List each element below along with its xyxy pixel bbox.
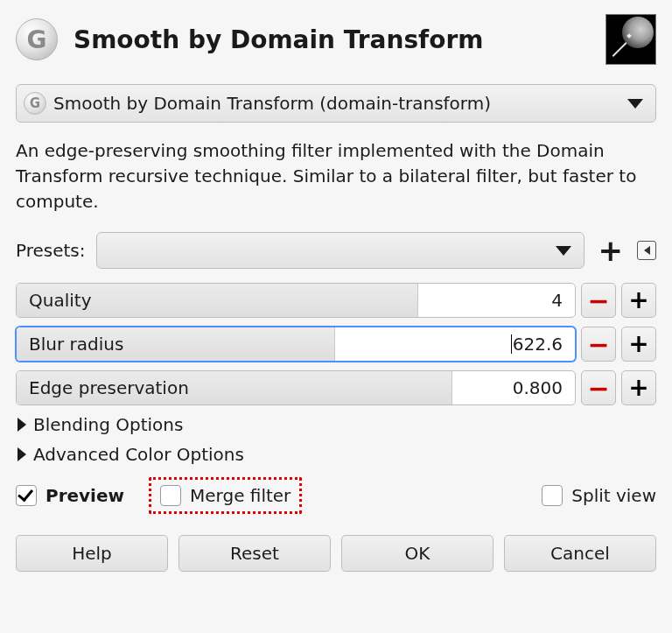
chevron-down-icon (627, 99, 643, 109)
advanced-color-options-expander[interactable]: Advanced Color Options (18, 444, 656, 465)
plus-icon: + (628, 382, 648, 394)
edge-preservation-decrement-button[interactable]: − (581, 370, 616, 405)
quality-label: Quality (17, 290, 91, 311)
minus-icon: − (587, 382, 609, 395)
blur-radius-row: Blur radius 622.6 − + (16, 327, 656, 362)
minus-icon: − (587, 294, 609, 307)
preview-thumbnail (606, 14, 656, 65)
blur-radius-label: Blur radius (17, 334, 123, 355)
split-view-label: Split view (571, 485, 656, 506)
blending-options-label: Blending Options (33, 414, 183, 435)
cancel-button[interactable]: Cancel (504, 535, 656, 572)
text-caret-icon (511, 334, 512, 354)
split-view-checkbox-wrap: Split view (542, 485, 656, 506)
blur-radius-slider[interactable]: Blur radius 622.6 (16, 327, 576, 362)
add-preset-button[interactable]: + (595, 236, 627, 265)
options-row: Preview Merge filter Split view (16, 477, 656, 514)
presets-label: Presets: (16, 240, 86, 261)
merge-filter-checkbox[interactable] (160, 485, 181, 506)
edge-preservation-label: Edge preservation (17, 377, 189, 398)
filter-dialog: G Smooth by Domain Transform G Smooth by… (0, 0, 672, 587)
triangle-right-icon (18, 447, 26, 461)
quality-increment-button[interactable]: + (621, 283, 656, 318)
presets-dropdown[interactable] (96, 232, 584, 269)
quality-slider[interactable]: Quality 4 (16, 283, 576, 318)
blur-radius-increment-button[interactable]: + (621, 327, 656, 362)
merge-filter-highlight: Merge filter (149, 477, 302, 514)
preview-checkbox-wrap: Preview (16, 485, 124, 506)
presets-row: Presets: + (16, 232, 656, 269)
help-button[interactable]: Help (16, 535, 168, 572)
edge-preservation-value: 0.800 (513, 377, 575, 398)
app-logo-mini-icon: G (24, 92, 46, 115)
dialog-buttons: Help Reset OK Cancel (16, 535, 656, 572)
filter-description: An edge-preserving smoothing filter impl… (16, 138, 656, 215)
dialog-header: G Smooth by Domain Transform (16, 14, 656, 65)
preview-label: Preview (46, 485, 124, 506)
dialog-title: Smooth by Domain Transform (74, 25, 590, 54)
plus-icon: + (628, 294, 648, 306)
blur-radius-value: 622.6 (511, 334, 575, 355)
quality-decrement-button[interactable]: − (581, 283, 616, 318)
split-view-checkbox[interactable] (542, 485, 563, 506)
plus-icon: + (628, 338, 648, 350)
operation-dropdown[interactable]: G Smooth by Domain Transform (domain-tra… (16, 84, 656, 123)
merge-filter-label: Merge filter (190, 485, 290, 506)
edge-preservation-increment-button[interactable]: + (621, 370, 656, 405)
preset-menu-button[interactable] (637, 241, 656, 260)
quality-row: Quality 4 − + (16, 283, 656, 318)
preview-checkbox[interactable] (16, 485, 37, 506)
edge-preservation-slider[interactable]: Edge preservation 0.800 (16, 370, 576, 405)
blur-radius-decrement-button[interactable]: − (581, 327, 616, 362)
triangle-right-icon (18, 418, 26, 432)
edge-preservation-row: Edge preservation 0.800 − + (16, 370, 656, 405)
operation-label: Smooth by Domain Transform (domain-trans… (53, 93, 620, 114)
ok-button[interactable]: OK (341, 535, 494, 572)
wand-icon (612, 42, 627, 57)
minus-icon: − (587, 338, 609, 351)
reset-button[interactable]: Reset (178, 535, 331, 572)
app-logo-icon: G (16, 18, 58, 60)
quality-value: 4 (551, 290, 575, 311)
chevron-down-icon (556, 246, 571, 256)
triangle-left-icon (644, 246, 650, 255)
advanced-color-options-label: Advanced Color Options (33, 444, 244, 465)
blending-options-expander[interactable]: Blending Options (18, 414, 656, 435)
